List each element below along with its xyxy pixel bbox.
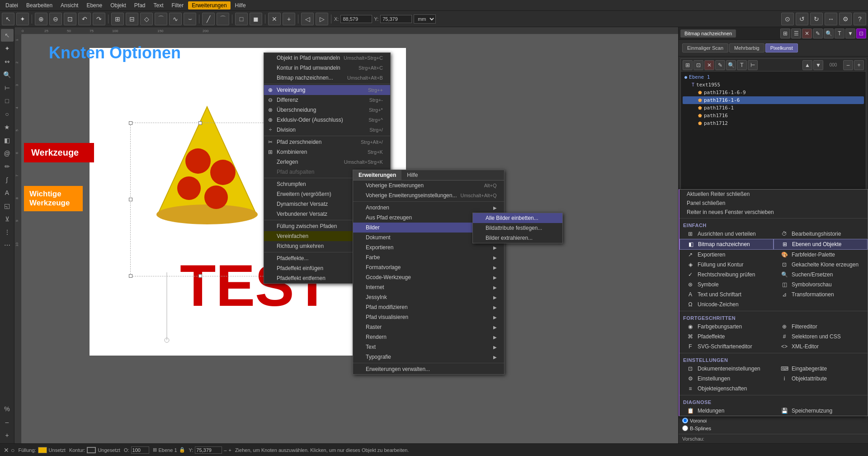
pd-meldungen[interactable]: 📋 Meldungen xyxy=(679,406,774,416)
ctx-bitmap[interactable]: Bitmap nachzeichnen... Umschalt+Alt+B xyxy=(264,73,390,83)
panel-icon-1[interactable]: ⊞ xyxy=(780,28,790,38)
ctx-division[interactable]: ÷ Division Strg+/ xyxy=(264,125,390,135)
bsplines-input[interactable] xyxy=(682,425,688,431)
ext-voherige-einst[interactable]: Voherige Erweiterungseinstellungen... Um… xyxy=(353,190,504,200)
pd-css[interactable]: # Selektoren und CSS xyxy=(774,332,868,342)
snap-toggle[interactable]: % xyxy=(1,403,14,415)
zoom-out-btn[interactable]: ⊖ xyxy=(49,13,62,25)
pd-svg-font[interactable]: F SVG-Schriftarteneditor xyxy=(679,342,774,352)
y-input[interactable] xyxy=(380,15,412,23)
menu-erweiterungen[interactable]: Erweiterungen xyxy=(188,1,230,10)
3d-tool[interactable]: ◧ xyxy=(1,134,14,147)
tree-path3[interactable]: ⬟ path1716-1 xyxy=(683,104,864,112)
ext-pfad-vis[interactable]: Pfad visualisieren ▶ xyxy=(353,312,504,322)
ext-farbe[interactable]: Farbe ▶ xyxy=(353,252,504,262)
pd-close-reiter[interactable]: Aktuellen Reiter schließen xyxy=(679,190,868,199)
pd-obj-attr[interactable]: i Objektattribute xyxy=(774,374,868,384)
text-tool[interactable]: A xyxy=(1,186,14,199)
x-input[interactable] xyxy=(340,15,372,23)
bilder-attrib[interactable]: Bildattribute festlegen... xyxy=(473,223,562,233)
node-symmetric-btn[interactable]: ∿ xyxy=(169,13,182,25)
unit-select[interactable]: mm px cm xyxy=(414,14,436,24)
panel-icon-2[interactable]: ☰ xyxy=(791,28,801,38)
fill-color-box[interactable] xyxy=(38,447,47,453)
measure-tool[interactable]: ⊢ xyxy=(1,81,14,94)
ext-jessy[interactable]: JessyInk ▶ xyxy=(353,292,504,302)
rotate-right-btn[interactable]: ↻ xyxy=(810,13,823,25)
pd-text-schrift[interactable]: A Text und Schriftart xyxy=(679,290,774,299)
help-btn[interactable]: ? xyxy=(854,13,866,25)
ext-header-erw[interactable]: Erweiterungen xyxy=(353,170,401,180)
pd-transformationen[interactable]: ⊿ Transformationen xyxy=(774,290,868,299)
pd-symbolvorschau[interactable]: ◫ Symbolvorschau xyxy=(774,280,868,290)
menu-ansicht[interactable]: Ansicht xyxy=(57,1,82,10)
path-join-btn[interactable]: ✕ xyxy=(268,13,281,25)
panel-text[interactable]: T xyxy=(835,28,844,38)
ext-gcode[interactable]: Gcode-Werkzeuge ▶ xyxy=(353,272,504,282)
select-tool-btn[interactable]: ↖ xyxy=(2,13,14,25)
pencil-tool[interactable]: ✏ xyxy=(1,160,14,173)
ext-rendern[interactable]: Rendern ▶ xyxy=(353,332,504,342)
node-tool-extra-btn[interactable]: ⊙ xyxy=(781,13,794,25)
node-edit-tool[interactable]: ✦ xyxy=(1,42,14,55)
menu-ebene[interactable]: Ebene xyxy=(83,1,106,10)
spray-tool[interactable]: ⋮ xyxy=(1,226,14,238)
tree-path1[interactable]: ⬟ path1716-1-6-9 xyxy=(683,89,864,96)
ctx-kontur-pfad[interactable]: Kontur in Pfad umwandeln Strg+Alt+C xyxy=(264,63,390,73)
pd-ausrichten[interactable]: ⊞ Ausrichten und verteilen xyxy=(679,229,774,239)
redo-btn[interactable]: ↷ xyxy=(93,13,105,25)
layer-icon[interactable]: ⊞ xyxy=(683,60,693,70)
menu-hilfe[interactable]: Hilfe xyxy=(231,1,250,10)
rotate-left-btn[interactable]: ↺ xyxy=(796,13,808,25)
node-auto-btn[interactable]: ⌣ xyxy=(184,13,196,25)
path-break-btn[interactable]: + xyxy=(283,13,295,25)
zoom-plus-side[interactable]: + xyxy=(1,429,14,442)
panel-close-x[interactable]: ✕ xyxy=(802,28,812,38)
bsplines-radio[interactable]: B-Splines xyxy=(682,424,864,432)
tree-path2[interactable]: ⬟ path1716-1-6 xyxy=(683,96,864,104)
pixelkunst-btn[interactable]: Pixelkunst xyxy=(765,43,798,52)
pd-rechtschreibung[interactable]: ✓ Rechtschreibung prüfen xyxy=(679,270,774,280)
ctx-kombinieren[interactable]: ⊞ Kombinieren Strg+K xyxy=(264,147,390,157)
settings-btn[interactable]: ⚙ xyxy=(839,13,852,25)
ctx-ueberschneidung[interactable]: ⊗ Überschneidung Strg+* xyxy=(264,105,390,115)
zoom-minus-side[interactable]: – xyxy=(1,416,14,428)
ext-internet[interactable]: Internet ▶ xyxy=(353,282,504,292)
zoom-in-btn[interactable]: ⊕ xyxy=(35,13,47,25)
ellipse-tool[interactable]: ○ xyxy=(1,108,14,120)
curve-seg-btn[interactable]: ⌒ xyxy=(217,13,229,25)
ctx-zerlegen[interactable]: Zerlegen Umschalt+Strg+K xyxy=(264,157,390,167)
menu-datei[interactable]: Datei xyxy=(2,1,22,10)
bitmap-tab[interactable]: Bitmap nachzeichnen xyxy=(680,29,736,38)
node-smooth-btn[interactable]: ⌒ xyxy=(155,13,167,25)
star-tool[interactable]: ★ xyxy=(1,121,14,133)
node-corner-btn[interactable]: ◇ xyxy=(140,13,153,25)
pd-symbole[interactable]: ⊛ Symbole xyxy=(679,280,774,290)
ext-header-hilfe[interactable]: Hilfe xyxy=(401,170,423,180)
bilder-extrahieren[interactable]: Bilder extrahieren... xyxy=(473,233,562,243)
pd-fuellung[interactable]: ◈ Füllung und Kontur xyxy=(679,260,774,270)
layer-icon2[interactable]: ⊡ xyxy=(693,60,703,70)
pd-bearbeitungshistorie[interactable]: ⏱ Bearbeitungshistorie xyxy=(774,229,868,239)
ext-voherige[interactable]: Voherige Erweiterungen Alt+Q xyxy=(353,180,504,190)
flip-x-btn[interactable]: ↔ xyxy=(825,13,837,25)
calligraphy-tool[interactable]: ∫ xyxy=(1,173,14,186)
ext-text[interactable]: Text ▶ xyxy=(353,342,504,352)
ext-anordnen[interactable]: Anordnen ▶ xyxy=(353,203,504,213)
pd-new-window[interactable]: Reiter in neues Fenster verschieben xyxy=(679,208,868,217)
spiral-tool[interactable]: @ xyxy=(1,147,14,160)
panel-icon-4[interactable]: ✎ xyxy=(813,28,823,38)
menu-text[interactable]: Text xyxy=(150,1,167,10)
layer-branch[interactable]: ⊢ xyxy=(748,60,758,70)
panel-menu[interactable]: ▼ xyxy=(845,28,855,38)
menu-objekt[interactable]: Objekt xyxy=(107,1,130,10)
pd-obj-prop[interactable]: ≡ Objekteigenschaften xyxy=(679,384,774,394)
ctx-exklusiv[interactable]: ⊕ Exklusiv-Oder (Ausschluss) Strg+^ xyxy=(264,115,390,125)
zoom-tool[interactable]: 🔍 xyxy=(1,68,14,81)
y-coord-input[interactable] xyxy=(195,446,222,454)
pd-unicode[interactable]: Ω Unicode-Zeichen xyxy=(679,299,774,309)
einmaliger-scan-btn[interactable]: Einmaliger Scan xyxy=(682,43,728,52)
tree-path5[interactable]: ⬟ path1712 xyxy=(683,119,864,127)
pd-eingabe[interactable]: ⌨ Eingabegeräte xyxy=(774,364,868,374)
ext-raster[interactable]: Raster ▶ xyxy=(353,322,504,332)
